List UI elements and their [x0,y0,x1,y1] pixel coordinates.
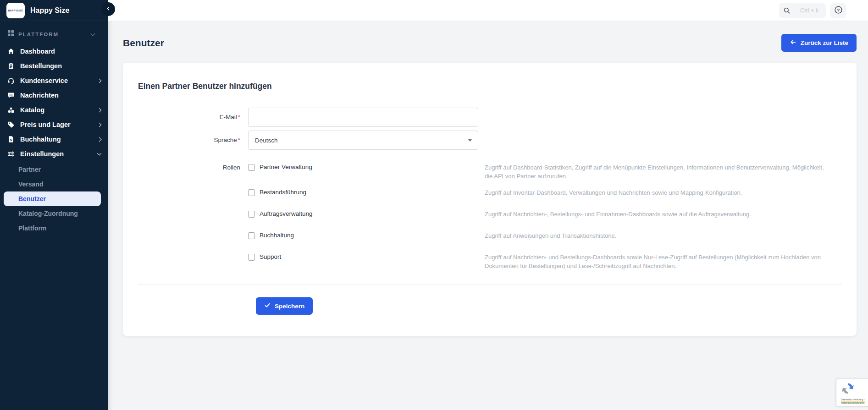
sidebar-item-partner[interactable]: Partner [0,162,108,177]
sidebar-item-label: Katalog [20,106,92,114]
role-checkbox-support[interactable] [248,254,255,261]
global-search[interactable] [779,3,826,18]
role-checkbox-auftragsverwaltung[interactable] [248,211,255,218]
headset-icon [7,77,15,84]
sliders-icon [7,150,15,158]
chevron-right-icon [97,78,102,83]
brand-logo: HAPPYSIZE [6,3,25,18]
sidebar-item-label: Einstellungen [20,150,92,158]
chevron-left-icon [105,5,111,13]
card-heading: Einen Partner Benutzer hinzufügen [138,82,842,91]
shapes-icon [7,106,15,114]
sidebar-item-benutzer[interactable]: Benutzer [4,191,101,206]
role-row-bestandsfuehrung: Bestandsführung Zugriff auf Inventar-Das… [248,189,842,202]
page-header: Benutzer Zurück zur Liste [123,21,857,63]
role-label[interactable]: Buchhaltung [260,232,294,239]
sidebar-item-label: Preis und Lager [20,121,92,128]
role-label[interactable]: Support [260,253,281,260]
role-label[interactable]: Auftragsverwaltung [260,210,313,217]
sidebar: HAPPYSIZE Happy Size PLATTFORM Dashboard… [0,0,108,410]
required-asterisk: * [238,114,240,120]
add-user-card: Einen Partner Benutzer hinzufügen E-Mail… [123,63,857,336]
sidebar-section-plattform[interactable]: PLATTFORM [0,21,108,44]
sidebar-item-bestellungen[interactable]: Bestellungen [0,59,108,73]
brand-row: HAPPYSIZE Happy Size [0,0,108,21]
sidebar-item-nachrichten[interactable]: Nachrichten [0,88,108,103]
role-checkbox-partner-verwaltung[interactable] [248,164,255,171]
sidebar-item-plattform[interactable]: Plattform [0,221,108,235]
language-select[interactable]: Deutsch [248,131,478,150]
sidebar-item-dashboard[interactable]: Dashboard [0,44,108,59]
help-button[interactable]: ? [830,3,846,18]
sidebar-item-einstellungen[interactable]: Einstellungen [0,147,108,161]
role-row-auftragsverwaltung: Auftragsverwaltung Zugriff auf Nachricht… [248,210,842,224]
terms-link[interactable]: Nutzungsbedingungen [841,401,865,405]
role-row-partner-verwaltung: Partner Verwaltung Zugriff auf Dashboard… [248,164,842,181]
sidebar-item-label: Kundenservice [20,77,92,84]
topbar: ? [108,0,868,21]
role-description: Zugriff auf Nachrichten- und Bestellungs… [485,253,834,271]
recaptcha-badge[interactable]: Datenschutzerklärung - Nutzungsbedingung… [836,379,868,406]
clipboard-icon [7,62,15,70]
role-description: Zugriff auf Inventar-Dashboard, Verwaltu… [485,189,834,202]
page-title: Benutzer [123,38,164,49]
caret-down-icon [468,139,472,142]
sidebar-item-katalog[interactable]: Katalog [0,103,108,117]
home-icon [7,48,15,55]
arrow-left-icon [790,39,796,47]
brand-name: Happy Size [30,6,69,15]
chevron-right-icon [97,108,102,112]
role-row-support: Support Zugriff auf Nachrichten- und Bes… [248,253,842,271]
role-row-buchhaltung: Buchhaltung Zugriff auf Anweisungen und … [248,232,842,246]
chevron-down-icon [97,151,102,156]
chevron-down-icon [91,31,95,36]
recaptcha-icon [841,382,855,397]
role-checkbox-bestandsfuehrung[interactable] [248,189,255,196]
chevron-right-icon [97,122,102,127]
help-icon: ? [834,5,843,16]
sidebar-item-versand[interactable]: Versand [0,177,108,191]
sidebar-item-preis-und-lager[interactable]: Preis und Lager [0,117,108,132]
email-row: E-Mail* [138,108,842,127]
sidebar-item-katalog-zuordnung[interactable]: Katalog-Zuordnung [0,206,108,221]
message-icon [7,92,15,99]
sidebar-nav: Dashboard Bestellungen Kundenservice Nac… [0,44,108,161]
role-checkbox-buchhaltung[interactable] [248,232,255,239]
search-icon [783,7,791,16]
sidebar-item-label: Buchhaltung [20,136,92,143]
invoice-icon: $ [7,136,15,143]
sidebar-item-kundenservice[interactable]: Kundenservice [0,73,108,88]
recaptcha-links[interactable]: Datenschutzerklärung - Nutzungsbedingung… [841,398,865,404]
roles-list: Partner Verwaltung Zugriff auf Dashboard… [248,164,842,278]
save-button-label: Speichern [275,303,304,310]
sidebar-collapse-button[interactable] [101,2,115,16]
sidebar-item-label: Nachrichten [20,92,101,99]
main-area: ? Benutzer Zurück zur Liste Einen Partne… [108,0,868,410]
form-divider [138,284,842,284]
language-row: Sprache* Deutsch [138,131,842,150]
check-icon [264,302,271,310]
email-input[interactable] [248,108,478,127]
svg-text:?: ? [837,7,840,12]
content-area: Benutzer Zurück zur Liste Einen Partner … [108,21,868,410]
save-button[interactable]: Speichern [256,297,313,315]
brand-logo-text: HAPPYSIZE [8,9,23,12]
roles-row: Rollen Partner Verwaltung Zugriff auf Da… [138,164,842,278]
role-description: Zugriff auf Dashboard-Statistiken, Zugri… [485,164,834,181]
back-to-list-label: Zurück zur Liste [801,39,848,46]
role-description: Zugriff auf Nachrichten-, Bestellungs- u… [485,210,834,224]
role-label[interactable]: Bestandsführung [260,189,306,196]
sidebar-subnav-einstellungen: Partner Versand Benutzer Katalog-Zuordnu… [0,162,108,235]
svg-text:$: $ [10,138,12,142]
chevron-right-icon [97,137,102,142]
sidebar-item-label: Dashboard [20,48,101,55]
back-to-list-button[interactable]: Zurück zur Liste [781,34,857,52]
sidebar-item-label: Bestellungen [20,62,101,70]
privacy-link[interactable]: Datenschutzerklärung - [841,398,865,401]
role-description: Zugriff auf Anweisungen und Transaktions… [485,232,834,246]
email-label: E-Mail* [138,108,248,127]
language-selected-value: Deutsch [255,137,278,144]
role-label[interactable]: Partner Verwaltung [260,164,312,170]
sidebar-item-buchhaltung[interactable]: $ Buchhaltung [0,132,108,147]
language-label: Sprache* [138,131,248,150]
